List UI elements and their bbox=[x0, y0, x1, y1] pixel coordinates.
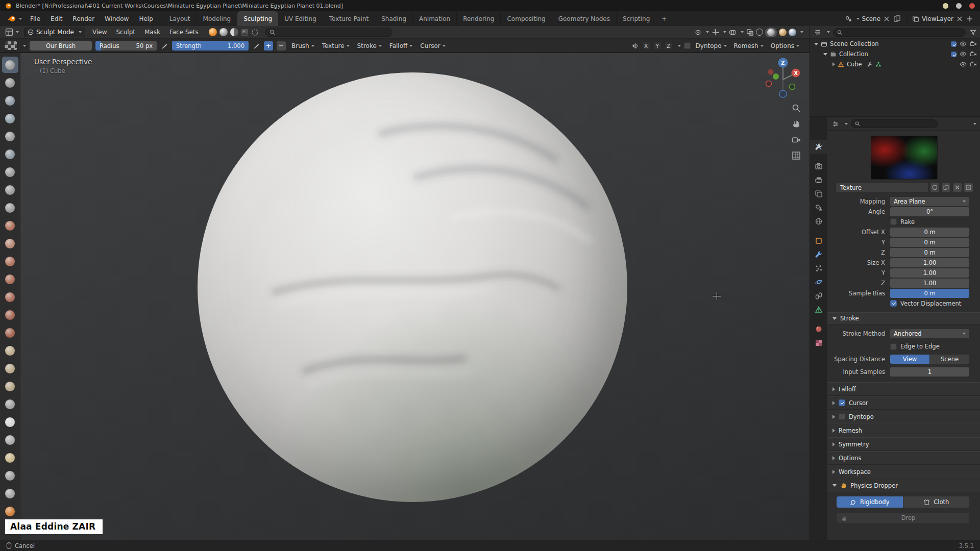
brush-pose-tool[interactable] bbox=[2, 396, 18, 412]
mirror-y-button[interactable]: Y bbox=[653, 42, 662, 50]
matcap-orange-icon[interactable] bbox=[209, 28, 217, 36]
tab-material[interactable] bbox=[810, 322, 827, 336]
offset-z-field[interactable]: 0 m bbox=[890, 248, 969, 257]
tab-output[interactable] bbox=[810, 173, 827, 187]
camera-view-button[interactable] bbox=[790, 134, 802, 146]
outliner-row-scene-collection[interactable]: Scene Collection bbox=[810, 39, 980, 49]
brush-elastic-deform-tool[interactable] bbox=[2, 342, 18, 359]
menu-help[interactable]: Help bbox=[134, 11, 158, 26]
navigation-gizmo[interactable]: Z X bbox=[762, 56, 804, 99]
chevron-down-icon[interactable] bbox=[723, 31, 726, 33]
cloth-button[interactable]: Cloth bbox=[903, 496, 970, 508]
subtract-brush-button[interactable]: − bbox=[277, 41, 286, 51]
brush-draw-sharp-tool[interactable] bbox=[2, 74, 18, 91]
chevron-down-icon[interactable] bbox=[678, 45, 681, 47]
chevron-down-icon[interactable] bbox=[741, 31, 744, 33]
brush-clay-strips-tool[interactable] bbox=[2, 110, 18, 127]
tab-texture[interactable] bbox=[810, 336, 827, 349]
outliner-row-collection[interactable]: Collection bbox=[810, 49, 980, 59]
falloff-section-header[interactable]: Falloff bbox=[827, 382, 980, 396]
sample-bias-slider[interactable]: 0 m bbox=[890, 289, 969, 298]
tab-view-layer[interactable] bbox=[810, 187, 827, 201]
input-samples-field[interactable]: 1 bbox=[890, 367, 969, 377]
pivot-point-icon[interactable] bbox=[694, 28, 702, 36]
brush-thumb-tool[interactable] bbox=[2, 378, 18, 394]
view-layer-icon[interactable] bbox=[912, 15, 920, 23]
shading-wireframe-icon[interactable] bbox=[756, 29, 763, 36]
workspace-tab-rendering[interactable]: Rendering bbox=[457, 11, 501, 26]
new-view-layer-icon[interactable] bbox=[966, 15, 974, 23]
offset-y-field[interactable]: 0 m bbox=[890, 238, 969, 247]
radius-slider[interactable]: Radius 50 px bbox=[95, 41, 157, 51]
menu-window[interactable]: Window bbox=[100, 11, 134, 26]
search-input[interactable] bbox=[278, 29, 388, 36]
properties-search-input[interactable] bbox=[863, 120, 934, 127]
duplicate-texture-icon[interactable] bbox=[941, 183, 951, 192]
close-button[interactable] bbox=[969, 3, 975, 9]
brush-cloth-tool[interactable] bbox=[2, 485, 18, 502]
workspace-tab-uv-editing[interactable]: UV Editing bbox=[278, 11, 323, 26]
chevron-down-icon[interactable] bbox=[800, 31, 803, 33]
outliner-editor-icon[interactable] bbox=[814, 28, 822, 36]
radius-pressure-icon[interactable] bbox=[160, 42, 168, 50]
tab-tool[interactable] bbox=[810, 140, 827, 154]
tab-render[interactable] bbox=[810, 159, 827, 173]
brush-crease-tool[interactable] bbox=[2, 199, 18, 216]
toggle-perspective-button[interactable] bbox=[790, 149, 802, 162]
dyntopo-section-checkbox[interactable] bbox=[839, 413, 845, 420]
angle-field[interactable]: 0° bbox=[890, 207, 969, 216]
workspace-tab-sculpting[interactable]: Sculpting bbox=[237, 11, 278, 26]
shading-material-icon[interactable] bbox=[779, 29, 787, 36]
offset-x-field[interactable]: 0 m bbox=[890, 228, 969, 237]
texture-preview[interactable] bbox=[871, 136, 938, 180]
brush-snake-hook-tool[interactable] bbox=[2, 360, 18, 377]
disclosure-icon[interactable] bbox=[832, 62, 835, 66]
split-shading-icon[interactable] bbox=[230, 28, 238, 36]
workspace-tab-shading[interactable]: Shading bbox=[375, 11, 413, 26]
dyntopo-section-header[interactable]: Dyntopo bbox=[827, 410, 980, 423]
cursor-section-header[interactable]: Cursor bbox=[827, 396, 980, 410]
outliner-search-input[interactable] bbox=[845, 29, 962, 36]
chevron-down-icon[interactable] bbox=[23, 45, 26, 47]
shading-rendered-icon[interactable] bbox=[789, 29, 796, 36]
brush-grab-tool[interactable] bbox=[2, 324, 18, 341]
menu-view[interactable]: View bbox=[88, 29, 111, 36]
filter-icon[interactable] bbox=[969, 28, 977, 36]
blender-menu-button[interactable] bbox=[4, 11, 25, 26]
dyntopo-panel-dropdown[interactable]: Dyntopo bbox=[694, 42, 729, 49]
chevron-down-icon[interactable] bbox=[845, 123, 848, 125]
shading-solid-active[interactable] bbox=[765, 28, 777, 37]
maximize-button[interactable] bbox=[956, 3, 962, 9]
pan-view-button[interactable] bbox=[790, 118, 802, 130]
spacing-view-button[interactable]: View bbox=[890, 355, 929, 364]
hide-eye-icon[interactable] bbox=[960, 40, 967, 47]
brush-name-field[interactable]: Our Brush bbox=[30, 41, 92, 51]
strength-slider[interactable]: Strength 1.000 bbox=[172, 41, 249, 51]
mode-select[interactable]: Sculpt Mode bbox=[24, 28, 85, 37]
brush-multiplane-scrape-tool[interactable] bbox=[2, 289, 18, 305]
tab-scene[interactable] bbox=[810, 201, 827, 214]
new-scene-icon[interactable] bbox=[893, 15, 901, 23]
outliner-search[interactable] bbox=[833, 28, 966, 37]
header-search[interactable] bbox=[265, 28, 393, 37]
collection-checkbox[interactable] bbox=[951, 52, 957, 57]
tab-particles[interactable] bbox=[810, 261, 827, 275]
brush-nudge-tool[interactable] bbox=[2, 414, 18, 430]
texture-swatch-icon[interactable] bbox=[241, 29, 249, 36]
mirror-z-button[interactable]: Z bbox=[665, 42, 673, 50]
editor-type-button[interactable] bbox=[3, 28, 21, 36]
outliner-row-cube[interactable]: Cube bbox=[810, 59, 980, 69]
brush-layer-tool[interactable] bbox=[2, 146, 18, 162]
cursor-checkbox[interactable] bbox=[839, 399, 845, 406]
viewport-3d[interactable]: User Perspective (1) Cube Z X bbox=[20, 53, 810, 540]
brush-clay-thumb-tool[interactable] bbox=[2, 128, 18, 144]
menu-mask[interactable]: Mask bbox=[140, 29, 164, 36]
collection-checkbox[interactable] bbox=[951, 41, 957, 47]
add-workspace-button[interactable]: + bbox=[656, 11, 672, 26]
workspace-tab-compositing[interactable]: Compositing bbox=[501, 11, 552, 26]
strength-pressure-icon[interactable] bbox=[252, 42, 260, 50]
properties-editor-icon[interactable] bbox=[831, 120, 840, 128]
brush-dropdown[interactable]: Brush bbox=[289, 42, 316, 49]
scene-name[interactable]: Scene bbox=[862, 15, 880, 22]
physics-dropper-section-header[interactable]: Physics Dropper bbox=[827, 479, 980, 492]
